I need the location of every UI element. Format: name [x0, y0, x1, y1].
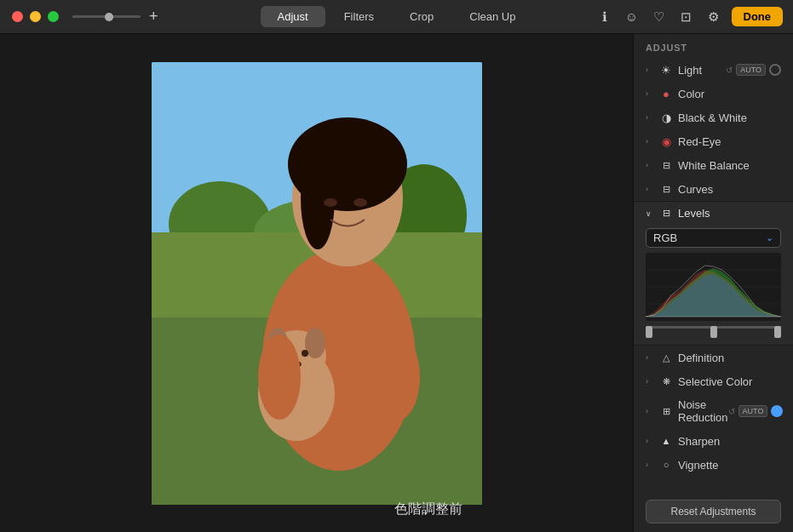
- svg-point-19: [258, 335, 301, 420]
- color-label: Color: [678, 88, 781, 100]
- light-label: Light: [678, 64, 726, 77]
- chevron-right-icon: ›: [646, 137, 654, 146]
- chevron-right-icon: ›: [646, 185, 654, 193]
- slider-track: [72, 15, 141, 18]
- selective-label: Selective Color: [678, 375, 781, 388]
- chevron-right-icon: ›: [646, 353, 654, 362]
- definition-icon: △: [659, 352, 673, 363]
- reset-adjustments-button[interactable]: Reset Adjustments: [646, 500, 781, 523]
- chevron-right-icon: ›: [646, 460, 654, 469]
- adjust-item-color[interactable]: › ● Color: [634, 82, 793, 106]
- maximize-button[interactable]: [48, 11, 59, 22]
- levels-label: Levels: [678, 207, 781, 220]
- chevron-right-icon: ›: [646, 161, 654, 169]
- adjust-item-wb[interactable]: › ⊟ White Balance: [634, 153, 793, 177]
- emoji-icon[interactable]: ☺: [623, 8, 641, 26]
- vignette-label: Vignette: [678, 459, 781, 472]
- bw-label: Black & White: [678, 112, 781, 124]
- adjust-item-curves[interactable]: › ⊟ Curves: [634, 177, 793, 201]
- curves-label: Curves: [678, 183, 781, 196]
- nav-tabs: Adjust Filters Crop Clean Up: [261, 6, 533, 27]
- histogram-chart: [646, 253, 781, 321]
- sharpen-icon: ▲: [659, 436, 673, 446]
- slider-thumb[interactable]: [105, 13, 113, 21]
- histogram-slider[interactable]: [646, 326, 781, 338]
- tab-cleanup[interactable]: Clean Up: [452, 6, 532, 27]
- redeye-label: Red-Eye: [678, 135, 781, 148]
- main-area: 色階調整前 ADJUST › ☀ Light ↺ AUTO › ● Color: [0, 34, 793, 532]
- svg-point-11: [353, 198, 367, 207]
- levels-section: ∨ ⊟ Levels RGB ⌄: [634, 201, 793, 346]
- sharpen-label: Sharpen: [678, 435, 781, 448]
- photo-container: [152, 62, 482, 505]
- svg-point-10: [324, 198, 337, 207]
- info-icon[interactable]: ℹ: [595, 8, 614, 26]
- toggle-light[interactable]: [769, 64, 781, 76]
- slider-control: +: [72, 8, 158, 26]
- adjust-item-bw[interactable]: › ◑ Black & White: [634, 106, 793, 129]
- close-button[interactable]: [12, 11, 23, 22]
- chevron-down-icon: ∨: [646, 209, 654, 218]
- definition-label: Definition: [678, 352, 781, 364]
- auto-badge-noise[interactable]: AUTO: [738, 405, 768, 417]
- titlebar-right: ℹ ☺ ♡ ⊡ ⚙ Done: [595, 7, 784, 26]
- adjust-item-redeye[interactable]: › ◉ Red-Eye: [634, 129, 793, 153]
- chevron-right-icon: ›: [646, 437, 654, 445]
- right-panel: ADJUST › ☀ Light ↺ AUTO › ● Color › ◑: [633, 34, 793, 532]
- adjust-item-definition[interactable]: › △ Definition: [634, 346, 793, 369]
- photo-area: 色階調整前: [0, 34, 633, 532]
- adjust-item-selective[interactable]: › ❋ Selective Color: [634, 369, 793, 393]
- wb-label: White Balance: [678, 159, 781, 172]
- dropdown-arrow-icon: ⌄: [766, 232, 773, 243]
- minimize-button[interactable]: [30, 11, 41, 22]
- histogram-container: [646, 253, 781, 321]
- toggle-noise[interactable]: [771, 405, 783, 417]
- done-button[interactable]: Done: [732, 7, 784, 26]
- levels-handle-right[interactable]: [774, 326, 781, 338]
- tab-filters[interactable]: Filters: [327, 6, 391, 27]
- reset-icon[interactable]: ↺: [726, 66, 733, 75]
- tab-adjust[interactable]: Adjust: [261, 6, 325, 27]
- levels-handle-left[interactable]: [646, 326, 652, 338]
- photo-image: [152, 62, 482, 505]
- noise-label: Noise Reduction: [678, 398, 728, 424]
- svg-point-17: [302, 350, 308, 357]
- rgb-label: RGB: [653, 232, 766, 244]
- chevron-right-icon: ›: [646, 89, 654, 98]
- adjust-item-vignette[interactable]: › ○ Vignette: [634, 453, 793, 477]
- color-icon: ●: [659, 88, 673, 100]
- levels-icon: ⊟: [659, 208, 673, 219]
- plus-button[interactable]: +: [149, 8, 158, 26]
- window-controls: [0, 11, 59, 22]
- crop-icon[interactable]: ⊡: [677, 8, 696, 26]
- adjust-item-noise[interactable]: › ⊞ Noise Reduction ↺ AUTO: [634, 393, 793, 429]
- auto-badge-light[interactable]: AUTO: [736, 64, 766, 76]
- bw-icon: ◑: [659, 112, 673, 124]
- adjust-item-sharpen[interactable]: › ▲ Sharpen: [634, 429, 793, 453]
- noise-icon: ⊞: [659, 406, 673, 417]
- chevron-right-icon: ›: [646, 66, 654, 74]
- chevron-right-icon: ›: [646, 377, 654, 386]
- light-icon: ☀: [659, 64, 673, 77]
- svg-point-9: [301, 147, 335, 249]
- chevron-right-icon: ›: [646, 407, 654, 415]
- adjust-header: ADJUST: [634, 34, 793, 58]
- curves-icon: ⊟: [659, 184, 673, 195]
- heart-icon[interactable]: ♡: [650, 8, 669, 26]
- adjust-item-light[interactable]: › ☀ Light ↺ AUTO: [634, 58, 793, 82]
- titlebar: + Adjust Filters Crop Clean Up ℹ ☺ ♡ ⊡ ⚙…: [0, 0, 793, 34]
- selective-icon: ❋: [659, 376, 673, 387]
- vignette-icon: ○: [659, 460, 673, 470]
- redeye-icon: ◉: [659, 135, 673, 148]
- levels-header[interactable]: ∨ ⊟ Levels: [634, 202, 793, 225]
- adjust-list: › ☀ Light ↺ AUTO › ● Color › ◑ Black & W…: [634, 58, 793, 491]
- tab-crop[interactable]: Crop: [393, 6, 451, 27]
- reset-noise-icon[interactable]: ↺: [728, 407, 735, 416]
- settings-icon[interactable]: ⚙: [704, 8, 723, 26]
- levels-handle-mid[interactable]: [710, 326, 717, 338]
- svg-point-20: [377, 335, 420, 420]
- rgb-selector-wrap[interactable]: RGB ⌄: [646, 228, 781, 248]
- wb-icon: ⊟: [659, 160, 673, 171]
- chevron-right-icon: ›: [646, 113, 654, 122]
- bottom-caption: 色階調整前: [394, 501, 463, 518]
